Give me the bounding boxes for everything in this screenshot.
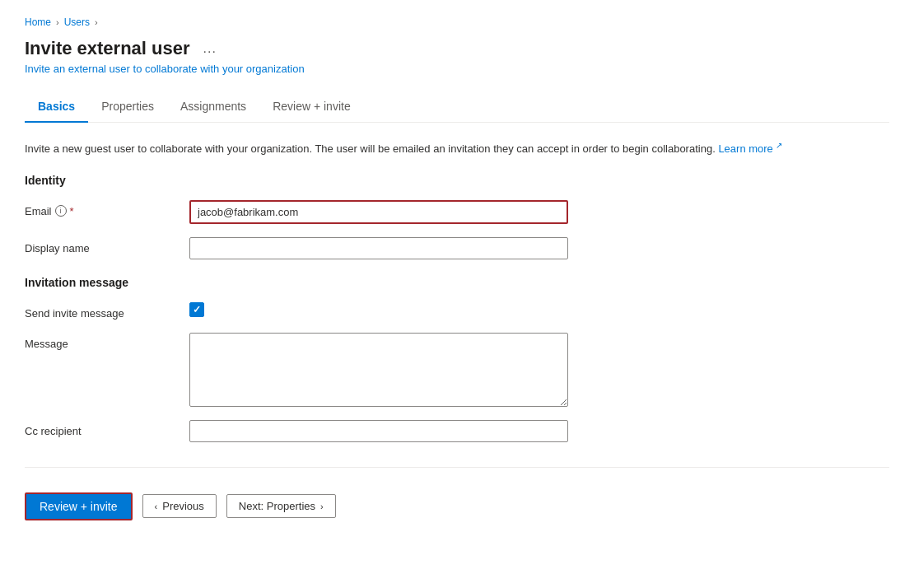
info-text: Invite a new guest user to collaborate w…	[25, 139, 889, 157]
next-properties-button[interactable]: Next: Properties ›	[226, 494, 336, 518]
page-title-row: Invite external user ...	[25, 38, 889, 59]
display-name-row: Display name	[25, 237, 889, 259]
send-invite-checkbox-wrapper	[189, 302, 204, 317]
invitation-section-title: Invitation message	[25, 276, 889, 289]
previous-button[interactable]: ‹ Previous	[142, 494, 217, 518]
footer-actions: Review + invite ‹ Previous Next: Propert…	[25, 492, 889, 520]
email-input[interactable]	[189, 200, 568, 224]
email-input-wrapper	[189, 200, 568, 224]
tabs-bar: Basics Properties Assignments Review + i…	[25, 91, 889, 123]
external-link-icon: ↗	[776, 141, 782, 150]
message-textarea[interactable]	[189, 333, 568, 407]
tab-properties[interactable]: Properties	[88, 91, 167, 123]
message-label: Message	[25, 333, 189, 350]
email-row: Email i*	[25, 200, 889, 224]
review-invite-button[interactable]: Review + invite	[25, 492, 133, 520]
footer-divider	[25, 467, 889, 468]
send-invite-checkbox[interactable]	[189, 302, 204, 317]
learn-more-link[interactable]: Learn more ↗	[718, 142, 782, 155]
send-invite-row: Send invite message	[25, 302, 889, 320]
cc-recipient-input[interactable]	[189, 420, 568, 442]
email-label: Email i*	[25, 200, 189, 217]
tab-assignments[interactable]: Assignments	[167, 91, 259, 123]
page-subtitle: Invite an external user to collaborate w…	[25, 63, 889, 75]
message-row: Message	[25, 333, 889, 407]
display-name-input[interactable]	[189, 237, 568, 259]
page-title: Invite external user	[25, 38, 190, 59]
tab-review-invite[interactable]: Review + invite	[259, 91, 364, 123]
email-required-star: *	[70, 205, 74, 217]
next-label: Next: Properties	[239, 500, 315, 512]
tab-basics[interactable]: Basics	[25, 91, 88, 123]
breadcrumb-sep-2: ›	[95, 17, 98, 27]
previous-chevron: ‹	[155, 502, 158, 511]
display-name-label: Display name	[25, 237, 189, 254]
previous-label: Previous	[162, 500, 204, 512]
cc-recipient-row: Cc recipient	[25, 420, 889, 442]
send-invite-label: Send invite message	[25, 302, 189, 320]
identity-section-title: Identity	[25, 174, 889, 187]
email-info-icon[interactable]: i	[55, 205, 67, 217]
breadcrumb-users[interactable]: Users	[64, 16, 90, 28]
breadcrumb: Home › Users ›	[25, 16, 889, 28]
ellipsis-button[interactable]: ...	[198, 40, 222, 58]
breadcrumb-home[interactable]: Home	[25, 16, 51, 28]
next-chevron: ›	[320, 502, 324, 511]
breadcrumb-sep-1: ›	[56, 17, 59, 27]
cc-recipient-label: Cc recipient	[25, 420, 189, 437]
